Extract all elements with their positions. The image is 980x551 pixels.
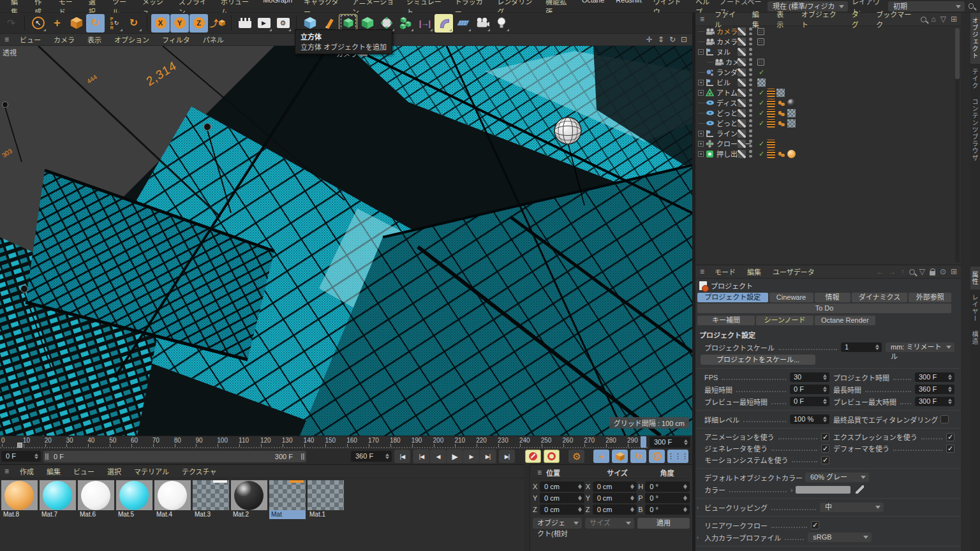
モーションシステムを使う-checkbox[interactable]: ✓ [821, 456, 829, 464]
home-icon[interactable]: ⌂ [931, 15, 935, 24]
position-field[interactable]: 0 cm [540, 504, 584, 515]
edit-tag-icon[interactable] [738, 109, 746, 117]
edit-tag-icon[interactable] [738, 119, 746, 128]
visibility-dots[interactable] [749, 129, 752, 137]
animation-tag-icon[interactable] [767, 109, 775, 117]
tab-Cineware[interactable]: Cineware [769, 293, 813, 302]
visibility-dots[interactable] [749, 109, 752, 117]
object-row[interactable]: −ヌル [695, 47, 961, 57]
keyframe-dots-icon[interactable] [776, 119, 786, 128]
object-name[interactable]: アトム [716, 87, 738, 98]
material-tag-orange-icon[interactable] [787, 150, 796, 158]
visibility-dots[interactable] [749, 89, 752, 96]
expander-icon[interactable]: + [698, 80, 704, 85]
material-menu-item[interactable]: テクスチャ [175, 466, 223, 476]
material-item[interactable]: Mat.7 [40, 480, 76, 519]
object-menu-icon[interactable]: ≡ [695, 15, 709, 24]
viewport-menu-item[interactable]: パネル [197, 34, 230, 45]
size-field[interactable]: 0 cm [593, 481, 637, 492]
animation-tag-icon[interactable] [767, 150, 775, 158]
object-name[interactable]: クローナー [716, 138, 752, 149]
record-point-level-button[interactable]: ⋮⋮⋮ [667, 450, 688, 463]
material-name[interactable]: Mat.4 [154, 510, 191, 519]
material-menu-item[interactable]: 作成 [13, 466, 40, 476]
linear-workflow-checkbox[interactable]: ✓ [811, 521, 819, 529]
input-profile-dropdown[interactable]: sRGB [808, 533, 872, 542]
ジェネレータを使う-checkbox[interactable]: ✓ [821, 444, 829, 453]
viewport-canvas[interactable]: 透視 カメラ グリッド間隔 : 100 cm 2,314 444 303 [0, 46, 692, 436]
viewport-menu-item[interactable]: ビュー [13, 34, 47, 45]
render-view-icon[interactable] [235, 14, 254, 33]
coord-size-dropdown[interactable]: サイズ [585, 518, 634, 529]
animation-tag-icon[interactable] [767, 89, 775, 97]
detail-level-field[interactable]: 100 % [790, 415, 829, 424]
デフォーマを使う-checkbox[interactable]: ✓ [946, 444, 954, 453]
forward-icon[interactable]: → [889, 267, 896, 276]
maximize-icon[interactable]: ⊡ [681, 35, 687, 44]
プロジェクト時間-field[interactable]: 300 F [915, 372, 954, 382]
edit-tag-icon[interactable] [738, 38, 746, 46]
material-name[interactable]: Mat.1 [308, 510, 344, 519]
object-row[interactable]: ディスク✓ [695, 98, 961, 108]
color-swatch[interactable] [796, 486, 850, 494]
keyframe-dots-icon[interactable] [776, 109, 786, 117]
FPS-field[interactable]: 30 [790, 372, 829, 382]
view-clipping-dropdown[interactable]: 中 [820, 503, 884, 512]
エクスプレッションを使う-checkbox[interactable]: ✓ [946, 433, 954, 441]
lock-icon[interactable] [930, 271, 935, 276]
max-frame-field[interactable]: 360 F [351, 451, 392, 462]
material-item[interactable]: Mat.1 [308, 480, 344, 519]
keyframe-dots-icon[interactable] [776, 99, 786, 107]
add-cloner-icon[interactable] [396, 14, 415, 33]
expander-icon[interactable]: − [698, 49, 704, 55]
prev-frame-button[interactable]: ◀ [430, 450, 446, 463]
rotate-tool-icon[interactable]: ↻ [124, 14, 143, 33]
add-camera-icon[interactable] [473, 14, 491, 33]
add-deformer-icon[interactable] [434, 14, 453, 33]
add-panel-icon[interactable]: ⊞ [951, 15, 957, 24]
current-frame-field[interactable]: 0 F [1, 451, 41, 462]
tab-ダイナミクス[interactable]: ダイナミクス [852, 293, 908, 302]
apply-button[interactable]: 適用 [637, 518, 690, 529]
object-row[interactable]: カメラ∷ [695, 57, 961, 67]
アニメーションを使う-checkbox[interactable]: ✓ [821, 433, 829, 441]
object-row[interactable]: +ライン [695, 128, 961, 138]
record-keyframe-button[interactable] [525, 450, 541, 463]
material-item[interactable]: Mat.6 [78, 480, 114, 519]
viewport-menu-item[interactable]: フィルタ [156, 34, 197, 45]
edit-tag-icon[interactable] [738, 150, 746, 158]
preview-range-slider[interactable]: 0 F 300 F [43, 451, 306, 462]
material-menu-item[interactable]: 選択 [101, 466, 128, 476]
view-name-label[interactable]: 透視 [3, 47, 17, 57]
edit-tag-icon[interactable] [738, 89, 746, 97]
object-name[interactable]: ビル [716, 77, 731, 87]
enabled-check-icon[interactable]: ✓ [757, 119, 766, 128]
side-tab-コンテンツブラウザ[interactable]: コンテンツブラウザ [970, 94, 980, 166]
focus-icon[interactable]: ⊙ [940, 267, 946, 276]
object-row[interactable]: +ビル [695, 77, 961, 87]
texture-tag-icon[interactable] [787, 119, 796, 128]
material-thumbnail[interactable] [193, 480, 229, 510]
render-target-icon[interactable]: ∷ [757, 38, 764, 45]
eyedropper-icon[interactable] [856, 485, 864, 494]
object-row[interactable]: +押し出し✓ [695, 149, 961, 159]
edit-tag-icon[interactable] [738, 140, 746, 148]
attribute-menu-item[interactable]: ユーザデータ [767, 267, 820, 277]
visibility-dots[interactable] [749, 68, 752, 76]
attribute-menu-item[interactable]: 編集 [741, 267, 767, 277]
rotate-view-icon[interactable]: ↻ [669, 35, 676, 44]
material-thumbnail[interactable] [154, 480, 191, 510]
search-icon[interactable] [909, 269, 915, 275]
visibility-dots[interactable] [749, 99, 752, 107]
pan-icon[interactable]: ✛ [646, 35, 653, 44]
material-menu-icon[interactable]: ≡ [0, 467, 13, 476]
expander-icon[interactable]: + [698, 141, 704, 147]
texture-tag-icon[interactable] [787, 109, 796, 117]
side-tab-構造[interactable]: 構造 [970, 327, 980, 349]
record-parameter-button[interactable]: P [649, 450, 665, 463]
edit-tag-icon[interactable] [738, 129, 746, 138]
material-tag-dark-icon[interactable] [787, 99, 796, 107]
position-field[interactable]: 0 cm [540, 493, 584, 503]
object-manager-scrollbar[interactable] [955, 28, 960, 263]
tab-外部参照[interactable]: 外部参照 [909, 293, 951, 302]
